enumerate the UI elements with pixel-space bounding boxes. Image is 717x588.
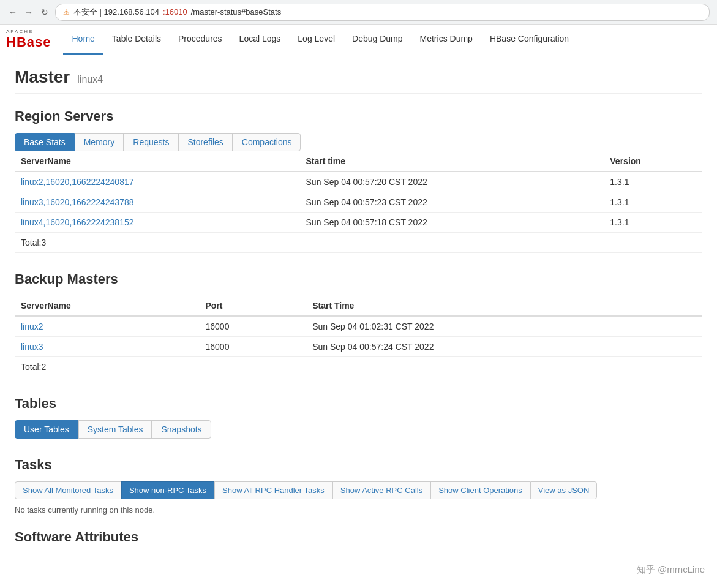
- tables-tab-snapshots[interactable]: Snapshots: [152, 420, 211, 439]
- rs-tab-storefiles[interactable]: Storefiles: [178, 133, 232, 151]
- rs-start-time: Sun Sep 04 00:57:23 CST 2022: [300, 192, 604, 213]
- rs-start-time: Sun Sep 04 00:57:18 CST 2022: [300, 213, 604, 233]
- rs-col-version: Version: [604, 151, 702, 172]
- nav-links: HomeTable DetailsProceduresLocal LogsLog…: [63, 24, 577, 55]
- tasks-title: Tasks: [15, 457, 702, 473]
- tasks-button-bar: Show All Monitored TasksShow non-RPC Tas…: [15, 481, 702, 499]
- logo-hbase-text: HBase: [6, 34, 51, 50]
- logo-apache-text: APACHE: [6, 29, 33, 34]
- refresh-button[interactable]: ↻: [39, 7, 50, 18]
- tables-tab-system-tables[interactable]: System Tables: [78, 420, 152, 439]
- nav-link-log-level[interactable]: Log Level: [289, 24, 343, 55]
- nav-link-home[interactable]: Home: [63, 24, 103, 55]
- rs-tab-base-stats[interactable]: Base Stats: [15, 133, 75, 151]
- address-bar[interactable]: ⚠ 不安全 | 192.168.56.104 :16010 /master-st…: [55, 4, 710, 21]
- software-attributes-title: Software Attributes: [15, 529, 702, 545]
- lock-icon: ⚠: [63, 8, 70, 17]
- tables-title: Tables: [15, 396, 702, 412]
- tables-tabs: User TablesSystem TablesSnapshots: [15, 420, 702, 439]
- forward-button[interactable]: →: [23, 7, 34, 18]
- bm-port: 16000: [200, 316, 307, 337]
- region-servers-title: Region Servers: [15, 108, 702, 124]
- rs-version: 1.3.1: [604, 213, 702, 233]
- logo: APACHE HBase: [6, 29, 51, 50]
- rs-tab-memory[interactable]: Memory: [75, 133, 124, 151]
- rs-tab-requests[interactable]: Requests: [124, 133, 178, 151]
- tables-section: Tables User TablesSystem TablesSnapshots: [15, 396, 702, 439]
- task-btn-show-non-rpc[interactable]: Show non-RPC Tasks: [121, 481, 214, 499]
- url-path: /master-status#baseStats: [191, 7, 281, 17]
- bm-total: Total:2: [15, 357, 702, 377]
- browser-chrome: ← → ↻ ⚠ 不安全 | 192.168.56.104 :16010 /mas…: [0, 0, 717, 24]
- rs-col-servername: ServerName: [15, 151, 300, 172]
- rs-start-time: Sun Sep 04 00:57:20 CST 2022: [300, 172, 604, 192]
- table-row: linux3,16020,1662224243788 Sun Sep 04 00…: [15, 192, 702, 213]
- master-title: Master: [15, 67, 70, 87]
- nav-link-hbase-configuration[interactable]: HBase Configuration: [481, 24, 577, 55]
- task-btn-show-all-rpc-handler[interactable]: Show All RPC Handler Tasks: [214, 481, 332, 499]
- bm-total-row: Total:2: [15, 357, 702, 377]
- task-btn-show-active-rpc[interactable]: Show Active RPC Calls: [332, 481, 430, 499]
- backup-masters-section: Backup Masters ServerName Port Start Tim…: [15, 271, 702, 377]
- url-port: :16010: [163, 7, 187, 17]
- master-header: Master linux4: [15, 67, 702, 94]
- no-tasks-message: No tasks currently running on this node.: [15, 505, 702, 514]
- back-button[interactable]: ←: [7, 7, 18, 18]
- nav-link-table-details[interactable]: Table Details: [103, 24, 170, 55]
- tasks-section: Tasks Show All Monitored TasksShow non-R…: [15, 457, 702, 514]
- bm-port: 16000: [200, 337, 307, 357]
- task-btn-show-client-ops[interactable]: Show Client Operations: [430, 481, 530, 499]
- task-btn-view-as-json[interactable]: View as JSON: [530, 481, 598, 499]
- backup-masters-title: Backup Masters: [15, 271, 702, 287]
- rs-version: 1.3.1: [604, 172, 702, 192]
- bm-server-link[interactable]: linux3: [15, 337, 200, 357]
- rs-tab-compactions[interactable]: Compactions: [233, 133, 301, 151]
- rs-total: Total:3: [15, 233, 702, 253]
- nav-link-local-logs[interactable]: Local Logs: [231, 24, 290, 55]
- rs-server-link[interactable]: linux3,16020,1662224243788: [15, 192, 300, 213]
- table-row: linux4,16020,1662224238152 Sun Sep 04 00…: [15, 213, 702, 233]
- navbar: APACHE HBase HomeTable DetailsProcedures…: [0, 24, 717, 55]
- rs-server-link[interactable]: linux2,16020,1662224240817: [15, 172, 300, 192]
- task-btn-show-all-monitored[interactable]: Show All Monitored Tasks: [15, 481, 121, 499]
- bm-server-link[interactable]: linux2: [15, 316, 200, 337]
- nav-link-metrics-dump[interactable]: Metrics Dump: [411, 24, 481, 55]
- region-servers-tabs: Base StatsMemoryRequestsStorefilesCompac…: [15, 133, 702, 151]
- table-row: linux2 16000 Sun Sep 04 01:02:31 CST 202…: [15, 316, 702, 337]
- nav-link-procedures[interactable]: Procedures: [170, 24, 231, 55]
- bm-col-port: Port: [200, 296, 307, 316]
- table-row: linux3 16000 Sun Sep 04 00:57:24 CST 202…: [15, 337, 702, 357]
- rs-server-link[interactable]: linux4,16020,1662224238152: [15, 213, 300, 233]
- url-prefix: 不安全 | 192.168.56.104: [73, 7, 159, 18]
- bm-start-time: Sun Sep 04 00:57:24 CST 2022: [306, 337, 702, 357]
- software-attributes-section: Software Attributes: [15, 529, 702, 545]
- region-servers-table: ServerName Start time Version linux2,160…: [15, 151, 702, 253]
- rs-version: 1.3.1: [604, 192, 702, 213]
- rs-col-starttime: Start time: [300, 151, 604, 172]
- bm-start-time: Sun Sep 04 01:02:31 CST 2022: [306, 316, 702, 337]
- table-row: linux2,16020,1662224240817 Sun Sep 04 00…: [15, 172, 702, 192]
- bm-col-starttime: Start Time: [306, 296, 702, 316]
- nav-link-debug-dump[interactable]: Debug Dump: [343, 24, 411, 55]
- master-hostname: linux4: [77, 74, 103, 85]
- rs-total-row: Total:3: [15, 233, 702, 253]
- region-servers-section: Region Servers Base StatsMemoryRequestsS…: [15, 108, 702, 253]
- bm-col-servername: ServerName: [15, 296, 200, 316]
- tables-tab-user-tables[interactable]: User Tables: [15, 420, 78, 439]
- main-content: Master linux4 Region Servers Base StatsM…: [0, 55, 717, 557]
- backup-masters-table: ServerName Port Start Time linux2 16000 …: [15, 296, 702, 377]
